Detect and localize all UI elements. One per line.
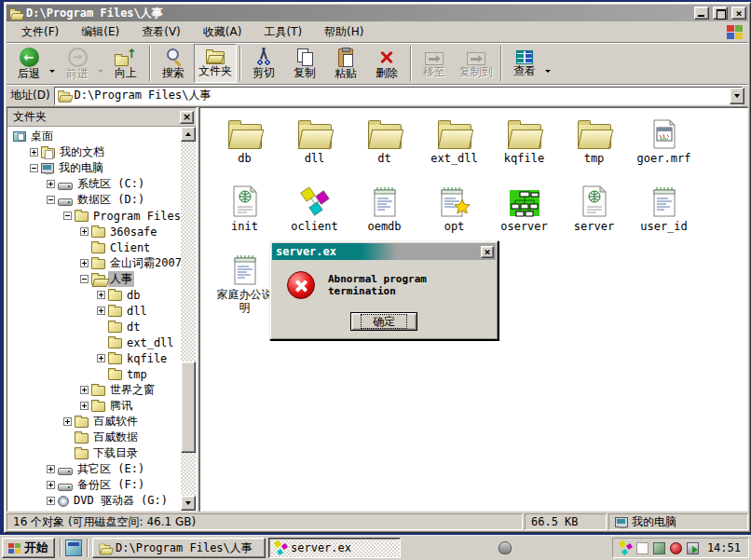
collapse-minus-icon[interactable] [80,275,89,283]
file-icon-server[interactable]: server [559,184,629,233]
tree-item-drive-f[interactable]: 备份区 (F:) [7,477,181,493]
start-button[interactable]: 开始 [2,538,55,558]
collapse-minus-icon[interactable] [63,212,72,220]
file-icon-oemdb[interactable]: oemdb [349,184,419,233]
menu-view[interactable]: 查看(V) [130,22,192,42]
tree-item-desktop[interactable]: 桌面 [7,129,181,144]
tree-item-ext-dll[interactable]: ext_dll [7,335,181,350]
tree-item-baiwei-data[interactable]: 百威数据 [7,430,181,445]
restore-button[interactable] [713,7,728,20]
tree-item-world-window[interactable]: 世界之窗 [7,382,181,398]
views-dropdown-icon[interactable] [545,70,551,73]
tree-item-dt[interactable]: dt [7,319,181,335]
expand-plus-icon[interactable] [63,417,72,426]
taskbar-task-server-ex[interactable]: server.ex [268,538,401,558]
menu-edit[interactable]: 编辑(E) [70,22,130,42]
file-icon-ext-dll[interactable]: ext_dll [419,116,489,165]
scrollbar-thumb[interactable] [181,362,196,454]
tree-item-db[interactable]: db [7,287,181,303]
dialog-title-bar[interactable]: server.ex [272,243,496,260]
address-dropdown-button[interactable] [730,88,744,104]
menu-favorites[interactable]: 收藏(A) [192,22,253,42]
tree-item-drive-e[interactable]: 其它区 (E:) [7,461,181,477]
address-input[interactable]: D:\Program Files\人事 [54,87,743,105]
tree-item-client[interactable]: Client [7,239,181,255]
expand-plus-icon[interactable] [97,291,105,299]
scroll-down-icon[interactable] [181,496,196,511]
green-utility-tray-icon[interactable] [653,542,665,554]
ime-tray-icon[interactable] [498,541,512,554]
ok-button[interactable]: 确定 [350,312,417,331]
tree-item-360safe[interactable]: 360safe [7,224,181,239]
file-icon-user-id[interactable]: user_id [629,184,699,233]
expand-plus-icon[interactable] [30,148,38,157]
move-to-button[interactable]: 移至 [414,44,455,83]
scrollbar-track[interactable] [181,142,196,496]
menu-file[interactable]: 文件(F) [10,22,70,42]
tree-item-drive-c[interactable]: 系统区 (C:) [7,176,181,192]
expand-plus-icon[interactable] [47,465,55,473]
file-icon-init[interactable]: init [210,184,280,233]
up-button[interactable]: ↑ 向上 [105,44,146,83]
tree-item-dll[interactable]: dll [7,303,181,319]
tree-item-drive-d[interactable]: 数据区 (D:) [7,192,181,208]
expand-plus-icon[interactable] [80,402,89,410]
menu-help[interactable]: 帮助(H) [313,22,375,42]
expand-plus-icon[interactable] [47,497,55,505]
expand-plus-icon[interactable] [97,307,105,315]
expand-plus-icon[interactable] [97,354,105,362]
file-icon-kqfile[interactable]: kqfile [489,116,559,165]
tree-item-my-documents[interactable]: 我的文档 [7,144,181,160]
file-icon-tmp[interactable]: tmp [559,116,629,165]
forward-dropdown-icon[interactable] [98,70,103,73]
tree-item-download-dir[interactable]: 下载目录 [7,445,181,461]
folders-button[interactable]: 文件夹 [194,44,237,83]
tree-item-kingsoft-2007[interactable]: 金山词霸2007 [7,255,181,271]
file-icon-oclient[interactable]: oclient [280,184,349,233]
taskbar-task-explorer[interactable]: D:\Program Files\人事 [92,538,266,558]
tree-scrollbar[interactable] [181,127,196,511]
file-icon-dt[interactable]: dt [349,116,419,165]
tree-item-renshi[interactable]: 人事 [7,271,181,287]
quick-launch-desktop-icon[interactable] [65,540,82,556]
views-button[interactable]: 查看 [504,44,545,83]
menu-tools[interactable]: 工具(T) [253,22,313,42]
file-icon-db[interactable]: db [210,116,280,165]
file-icon-opt[interactable]: opt [419,184,489,233]
close-pane-button[interactable] [180,111,194,124]
tree-item-my-computer[interactable]: 我的电脑 [7,160,181,176]
cut-button[interactable]: 剪切 [243,44,284,83]
copy-button[interactable]: 复制 [284,44,325,83]
dialog-close-button[interactable] [481,246,494,258]
collapse-minus-icon[interactable] [30,164,38,172]
expand-plus-icon[interactable] [47,481,55,489]
scroll-up-icon[interactable] [181,127,196,142]
collapse-minus-icon[interactable] [47,196,55,204]
tree-item-tmp[interactable]: tmp [7,366,181,382]
file-icon-oserver[interactable]: oserver [489,184,559,233]
delete-button[interactable]: 删除 [366,44,407,83]
file-icon-goer-mrf[interactable]: goer.mrf [629,116,699,165]
search-button[interactable]: 搜索 [153,44,194,83]
tree-item-kqfile[interactable]: kqfile [7,350,181,366]
back-button[interactable]: 后退 [8,44,49,83]
expand-plus-icon[interactable] [80,227,89,236]
file-icon-dll[interactable]: dll [280,116,349,165]
white-square-tray-icon[interactable] [636,542,649,554]
red-ball-tray-icon[interactable] [670,542,682,554]
diamonds-tray-icon[interactable] [619,541,632,554]
expand-plus-icon[interactable] [47,180,55,188]
forward-button[interactable]: 前进 [57,44,98,83]
close-button[interactable] [731,7,746,20]
minimize-button[interactable] [694,7,709,20]
database-play-tray-icon[interactable] [687,542,699,554]
expand-plus-icon[interactable] [80,386,89,394]
title-bar[interactable]: D:\Program Files\人事 [7,5,748,21]
copy-to-button[interactable]: 复制到 [455,44,498,83]
tree-item-program-files[interactable]: Program Files [7,208,181,224]
back-dropdown-icon[interactable] [49,70,55,73]
expand-plus-icon[interactable] [80,259,89,267]
tree-item-tencent[interactable]: 腾讯 [7,398,181,414]
tree-item-dvd-drive-g[interactable]: DVD 驱动器 (G:) [7,493,181,509]
paste-button[interactable]: 粘贴 [325,44,366,83]
